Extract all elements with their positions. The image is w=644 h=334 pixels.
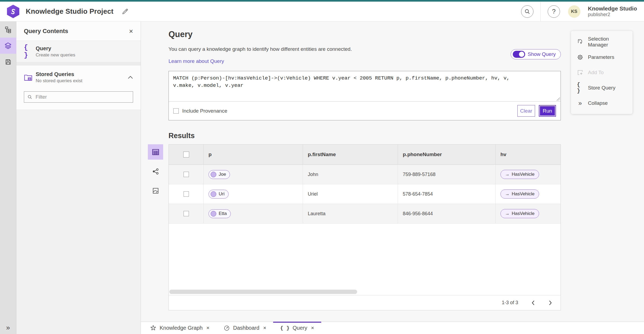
- edge-arrow-icon: →: [505, 191, 510, 197]
- panel-close-icon[interactable]: ×: [129, 28, 133, 35]
- edge-chip[interactable]: →HasVehicle: [500, 170, 539, 179]
- results-title: Results: [169, 132, 561, 140]
- filter-field[interactable]: [24, 91, 133, 103]
- rail-item-contents[interactable]: [0, 38, 16, 54]
- select-all-checkbox[interactable]: [183, 152, 189, 157]
- edge-chip[interactable]: →HasVehicle: [500, 209, 539, 218]
- edge-label: HasVehicle: [512, 211, 535, 216]
- tab-knowledge-graph[interactable]: Knowledge Graph ×: [143, 322, 217, 334]
- add-to-button: Add To: [571, 65, 632, 80]
- node-chip[interactable]: Uri: [208, 190, 229, 199]
- column-header-firstname[interactable]: p.firstName: [303, 145, 398, 164]
- cell-phonenumber: 578-654-7854: [398, 184, 496, 204]
- node-label: Joe: [219, 172, 226, 177]
- user-avatar[interactable]: KS: [568, 5, 580, 18]
- show-query-toggle[interactable]: Show Query: [511, 49, 561, 59]
- table-view-button[interactable]: [148, 144, 163, 160]
- tab-query[interactable]: { } Query ×: [273, 322, 321, 334]
- tab-dashboard[interactable]: Dashboard ×: [217, 322, 273, 334]
- cell-firstname: Lauretta: [303, 204, 398, 223]
- page-title: Query: [169, 21, 561, 39]
- row-checkbox[interactable]: [184, 211, 189, 216]
- edge-label: HasVehicle: [512, 191, 535, 197]
- horizontal-scrollbar: [169, 289, 561, 295]
- bottom-tab-bar: Knowledge Graph × Dashboard × { } Query …: [141, 322, 644, 334]
- node-icon: [211, 172, 216, 177]
- query-code-area: MATCH (p:Person)-[hv:HasVehicle]->(v:Veh…: [169, 71, 561, 102]
- tab-close-icon[interactable]: ×: [311, 325, 314, 331]
- selection-manager-button[interactable]: Selection Manager: [571, 34, 632, 49]
- map-icon: [152, 187, 159, 195]
- learn-more-link[interactable]: Learn more about Query: [169, 58, 224, 64]
- include-provenance-label: Include Provenance: [182, 108, 227, 114]
- parameters-button[interactable]: Parameters: [571, 49, 632, 65]
- column-header-phonenumber[interactable]: p.phoneNumber: [398, 145, 496, 164]
- run-button[interactable]: Run: [539, 105, 556, 117]
- help-button[interactable]: ?: [548, 5, 560, 18]
- top-bar: Knowledge Studio Project ? KS Knowledge …: [0, 2, 644, 21]
- edge-chip[interactable]: →HasVehicle: [500, 189, 539, 199]
- collapse-section-chevron-icon[interactable]: [128, 76, 133, 79]
- graph-view-button[interactable]: [148, 164, 163, 179]
- filter-search-icon: [27, 94, 32, 100]
- row-checkbox[interactable]: [184, 172, 189, 177]
- edit-project-name-icon[interactable]: [122, 8, 129, 15]
- tool-label: Add To: [588, 70, 604, 76]
- main-area: Query You can query a knowledge graph to…: [141, 21, 644, 322]
- pagination-prev-button[interactable]: [531, 300, 535, 306]
- include-provenance-checkbox[interactable]: [173, 108, 179, 114]
- expand-panel-icon[interactable]: »: [6, 324, 10, 332]
- query-editor-card: MATCH (p:Person)-[hv:HasVehicle]->(v:Veh…: [169, 71, 561, 120]
- tab-label: Dashboard: [233, 325, 259, 331]
- node-label: Uri: [219, 191, 225, 197]
- topbar-right-cluster: ? KS Knowledge Studio publisher2: [521, 2, 637, 21]
- table-row[interactable]: Joe John 759-889-57168 →HasVehicle: [169, 165, 561, 184]
- row-checkbox[interactable]: [184, 191, 189, 197]
- save-icon: [5, 59, 12, 65]
- node-chip[interactable]: Etta: [208, 209, 231, 218]
- tool-label: Parameters: [588, 54, 614, 60]
- column-header-p[interactable]: p: [204, 145, 303, 164]
- query-actions-row: Include Provenance Clear Run: [169, 102, 561, 120]
- table-icon: [152, 148, 160, 156]
- rail-item-save[interactable]: [0, 54, 16, 70]
- table-empty-area: [169, 224, 561, 289]
- panel-section-gap: [16, 62, 141, 66]
- sidebar-item-stored-queries[interactable]: Stored Queries No stored queries exist: [16, 66, 141, 89]
- user-info[interactable]: Knowledge Studio publisher2: [588, 5, 637, 17]
- selection-manager-icon: [577, 39, 583, 45]
- panel-empty-area: [16, 110, 141, 334]
- results-view-toolbar: [148, 144, 163, 310]
- store-query-button[interactable]: { } Store Query: [571, 80, 632, 95]
- search-button[interactable]: [521, 5, 533, 18]
- tool-label: Collapse: [588, 100, 608, 106]
- tab-close-icon[interactable]: ×: [263, 325, 266, 331]
- edge-arrow-icon: →: [505, 172, 510, 177]
- layers-icon: [4, 42, 12, 49]
- filter-input[interactable]: [35, 94, 130, 100]
- app-logo: [7, 5, 19, 18]
- scrollbar-thumb[interactable]: [169, 290, 357, 294]
- query-code-input[interactable]: MATCH (p:Person)-[hv:HasVehicle]->(v:Veh…: [169, 71, 561, 101]
- clear-button[interactable]: Clear: [517, 105, 535, 117]
- tab-label: Query: [293, 325, 307, 331]
- tool-label: Selection Manager: [588, 36, 627, 48]
- column-header-hv[interactable]: hv: [496, 145, 561, 164]
- dashboard-gauge-icon: [224, 325, 230, 331]
- tab-close-icon[interactable]: ×: [206, 325, 210, 331]
- panel-header: Query Contents ×: [16, 21, 141, 41]
- add-to-icon: [577, 69, 583, 76]
- node-label: Etta: [219, 211, 227, 216]
- collapse-panel-button[interactable]: » Collapse: [571, 95, 632, 111]
- pagination-next-button[interactable]: [548, 300, 552, 306]
- gear-icon: [577, 54, 583, 60]
- table-row[interactable]: Uri Uriel 578-654-7854 →HasVehicle: [169, 184, 561, 204]
- map-view-button[interactable]: [148, 183, 163, 198]
- collapse-icon: »: [577, 100, 583, 106]
- sidebar-item-query[interactable]: { } Query Create new queries: [16, 41, 141, 62]
- table-row[interactable]: Etta Lauretta 846-956-8644 →HasVehicle: [169, 204, 561, 224]
- logo-swirl-icon: [9, 8, 17, 16]
- node-chip[interactable]: Joe: [208, 170, 230, 179]
- rail-item-hierarchy[interactable]: [0, 21, 16, 38]
- cell-firstname: John: [303, 165, 398, 184]
